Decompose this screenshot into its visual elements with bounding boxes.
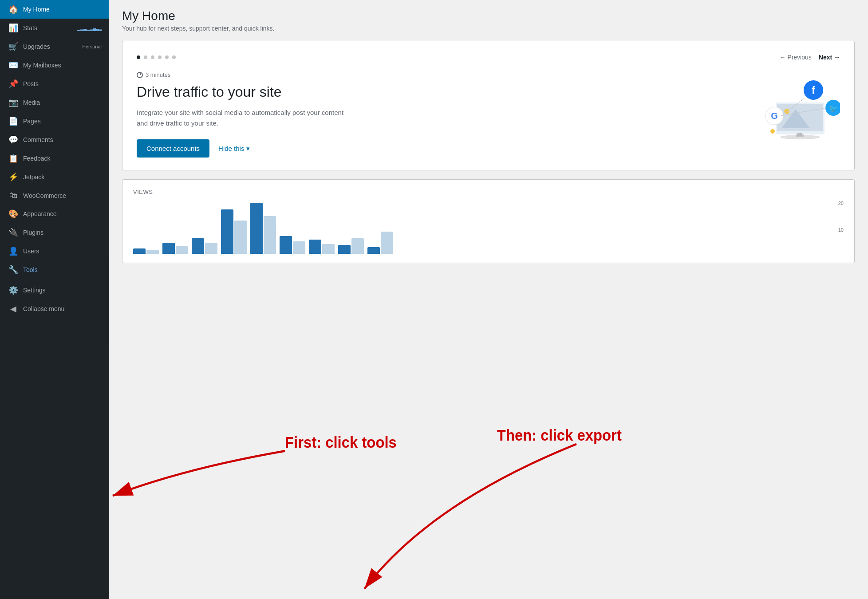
hide-this-button[interactable]: Hide this ▾: [218, 145, 250, 153]
svg-rect-4: [797, 133, 802, 136]
sidebar-item-jetpack[interactable]: ⚡ Jetpack: [0, 168, 109, 186]
bar-group-4: [221, 209, 247, 254]
bar-dark: [280, 236, 292, 254]
dot-6[interactable]: [172, 55, 176, 59]
bar-group-1: [133, 248, 159, 254]
prev-button[interactable]: ← Previous: [779, 54, 811, 61]
sidebar-item-upgrades[interactable]: 🛒 Upgrades Personal: [0, 37, 109, 56]
bar-light: [176, 246, 188, 254]
sidebar-label: Appearance: [23, 210, 102, 217]
bar-group-2: [162, 243, 188, 254]
bar-group-5: [250, 203, 276, 254]
main-content: My Home Your hub for next steps, support…: [109, 0, 868, 599]
woocommerce-icon: 🛍: [7, 191, 20, 200]
media-icon: 📷: [7, 98, 20, 107]
bar-light: [146, 250, 159, 254]
bar-dark: [133, 248, 146, 254]
sidebar-label: Upgrades: [23, 43, 83, 50]
sidebar-label: Media: [23, 99, 102, 106]
sidebar-label: Users: [23, 248, 102, 255]
svg-text:f: f: [812, 84, 816, 96]
sidebar-label: Jetpack: [23, 173, 102, 181]
bar-dark: [192, 238, 204, 254]
bar-group-7: [309, 240, 335, 254]
sidebar-item-pages[interactable]: 📄 Pages: [0, 112, 109, 130]
dot-5[interactable]: [165, 55, 169, 59]
sidebar-item-media[interactable]: 📷 Media: [0, 93, 109, 112]
social-media-illustration: G f 🐦: [742, 71, 840, 142]
appearance-icon: 🎨: [7, 209, 20, 219]
y-label-20: 20: [838, 201, 844, 206]
sidebar-item-users[interactable]: 👤 Users: [0, 242, 109, 260]
posts-icon: 📌: [7, 79, 20, 89]
bar-dark: [338, 245, 351, 254]
comments-icon: 💬: [7, 135, 20, 145]
bar-light: [234, 221, 247, 254]
bar-chart: 20 10: [133, 201, 844, 254]
card-heading: Drive traffic to your site: [137, 83, 725, 100]
bar-dark: [367, 247, 380, 254]
sidebar-item-collapse[interactable]: ◀ Collapse menu: [0, 300, 109, 318]
illustration-svg: G f 🐦: [742, 71, 840, 142]
sidebar-item-settings[interactable]: ⚙️ Settings: [0, 281, 109, 300]
carousel-controls: ← Previous Next →: [779, 54, 840, 61]
bar-dark: [309, 240, 321, 254]
bar-light: [381, 232, 393, 254]
dot-3[interactable]: [151, 55, 154, 59]
jetpack-icon: ⚡: [7, 172, 20, 182]
stats-icon: 📊: [7, 23, 20, 33]
time-text: 3 minutes: [146, 71, 170, 78]
dot-2[interactable]: [144, 55, 147, 59]
sidebar-item-plugins[interactable]: 🔌 Plugins: [0, 223, 109, 242]
tools-icon: 🔧: [7, 265, 20, 275]
page-title: My Home: [122, 9, 855, 23]
stats-section-label: Views: [133, 189, 844, 195]
svg-text:G: G: [771, 111, 778, 121]
sidebar-label: Comments: [23, 136, 102, 143]
sidebar-item-appearance[interactable]: 🎨 Appearance: [0, 205, 109, 223]
pages-icon: 📄: [7, 116, 20, 126]
sidebar-item-posts[interactable]: 📌 Posts: [0, 75, 109, 93]
dot-1[interactable]: [137, 55, 140, 59]
page-header: My Home Your hub for next steps, support…: [122, 9, 855, 32]
bar-group-8: [338, 238, 364, 254]
promo-card: ← Previous Next → 3 minutes Drive traffi…: [122, 41, 855, 170]
svg-text:🐦: 🐦: [829, 104, 838, 113]
mailboxes-icon: ✉️: [7, 60, 20, 70]
bar-light: [264, 216, 276, 254]
carousel-nav: ← Previous Next →: [137, 54, 840, 61]
sidebar-label: My Home: [23, 6, 102, 13]
sidebar-item-mailboxes[interactable]: ✉️ My Mailboxes: [0, 56, 109, 75]
sidebar-item-woocommerce[interactable]: 🛍 WooCommerce: [0, 186, 109, 205]
dot-4[interactable]: [158, 55, 162, 59]
bar-light: [351, 238, 364, 254]
card-body: 3 minutes Drive traffic to your site Int…: [137, 71, 840, 158]
bar-light: [322, 244, 335, 254]
sidebar: 🏠 My Home 📊 Stats ▁▂▃▁▂▄▃▂ 🛒 Upgrades Pe…: [0, 0, 109, 599]
users-icon: 👤: [7, 246, 20, 256]
bar-light: [205, 243, 217, 254]
sidebar-item-feedback[interactable]: 📋 Feedback: [0, 149, 109, 168]
sidebar-item-tools[interactable]: 🔧 Tools: [0, 260, 109, 279]
plugins-icon: 🔌: [7, 228, 20, 237]
sidebar-item-stats[interactable]: 📊 Stats ▁▂▃▁▂▄▃▂: [0, 19, 109, 37]
upgrades-icon: 🛒: [7, 42, 20, 51]
bar-dark: [250, 203, 263, 254]
carousel-dots: [137, 55, 176, 59]
tools-container: 🔧 Tools Marketing Monetize Advertising I…: [0, 260, 109, 279]
sidebar-label: Tools: [23, 266, 102, 273]
connect-accounts-button[interactable]: Connect accounts: [137, 139, 209, 158]
bar-dark: [221, 209, 233, 254]
sidebar-item-comments[interactable]: 💬 Comments: [0, 130, 109, 149]
bar-dark: [162, 243, 175, 254]
sidebar-label: My Mailboxes: [23, 62, 102, 69]
sidebar-item-my-home[interactable]: 🏠 My Home: [0, 0, 109, 19]
sidebar-label: Stats: [23, 24, 77, 32]
sidebar-label: Posts: [23, 80, 102, 87]
sidebar-label: Feedback: [23, 155, 102, 162]
next-button[interactable]: Next →: [819, 54, 840, 61]
upgrades-badge: Personal: [83, 44, 102, 49]
card-text: 3 minutes Drive traffic to your site Int…: [137, 71, 725, 158]
sidebar-label: Settings: [23, 287, 102, 294]
time-label: 3 minutes: [137, 71, 725, 78]
